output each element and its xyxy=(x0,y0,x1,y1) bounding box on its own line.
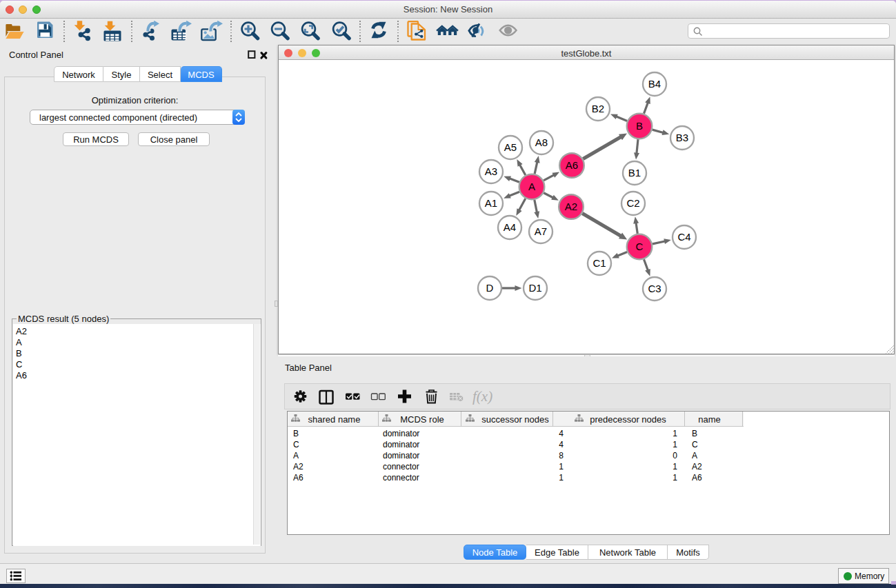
svg-text:C4: C4 xyxy=(677,231,690,243)
svg-text:B3: B3 xyxy=(676,132,688,143)
svg-text:B: B xyxy=(636,120,643,132)
svg-text:f(x): f(x) xyxy=(472,388,492,405)
svg-text:A3: A3 xyxy=(485,165,497,177)
svg-text:A5: A5 xyxy=(504,141,517,153)
svg-text:C: C xyxy=(636,241,644,252)
svg-text:C3: C3 xyxy=(648,283,661,294)
svg-text:B2: B2 xyxy=(592,103,604,114)
svg-text:A: A xyxy=(528,181,535,192)
svg-text:A7: A7 xyxy=(535,225,547,237)
svg-text:C1: C1 xyxy=(593,257,606,269)
svg-text:B4: B4 xyxy=(648,78,661,90)
svg-text:A1: A1 xyxy=(485,197,497,209)
svg-text:D1: D1 xyxy=(528,282,541,294)
svg-text:A8: A8 xyxy=(535,136,548,148)
svg-text:A2: A2 xyxy=(565,201,577,212)
svg-text:B1: B1 xyxy=(628,167,641,179)
svg-text:D: D xyxy=(486,282,494,294)
svg-text:C2: C2 xyxy=(626,197,639,209)
svg-text:A6: A6 xyxy=(566,159,578,171)
svg-text:A4: A4 xyxy=(504,221,516,233)
